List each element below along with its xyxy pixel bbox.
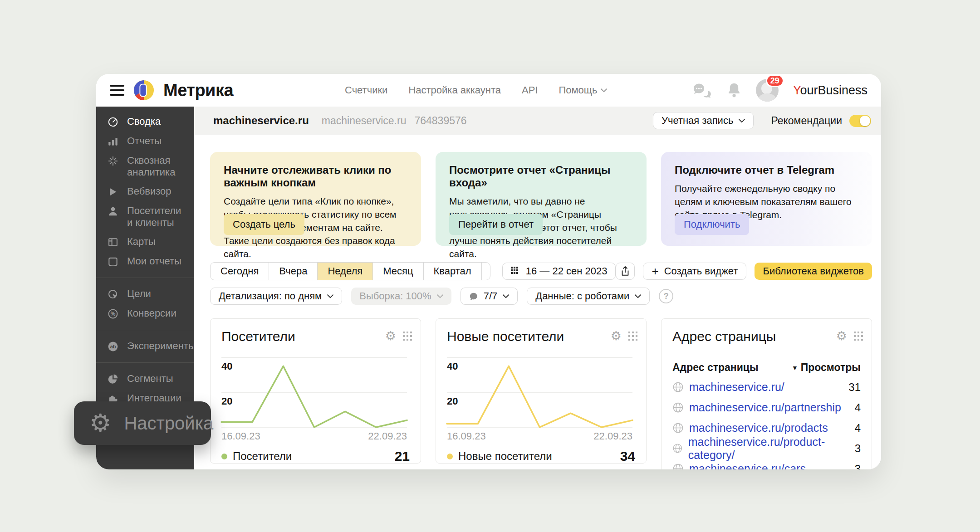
legend-value: 21	[395, 449, 410, 464]
tab-year[interactable]: Год	[482, 263, 490, 280]
table-header: Адрес страницы ▼ Просмотры	[672, 361, 861, 374]
chart-legend: Посетители 21	[221, 449, 410, 464]
tab-yesterday[interactable]: Вчера	[269, 263, 318, 280]
page-link[interactable]: machineservice.ru/product-category/	[688, 435, 855, 462]
drag-handle-icon[interactable]	[402, 331, 412, 341]
widget-title: Посетители	[221, 329, 295, 344]
gear-icon[interactable]: ⚙	[385, 330, 396, 342]
page-link[interactable]: machineservice.ru/partnership	[689, 401, 841, 414]
page-link[interactable]: machineservice.ru/cars	[689, 462, 806, 469]
site-name[interactable]: machineservice.ru	[213, 114, 309, 127]
widget-library-button[interactable]: Библиотека виджетов	[755, 263, 872, 280]
tab-today[interactable]: Сегодня	[211, 263, 269, 280]
sidebar-item-cross-analytics[interactable]: Сквозная аналитика	[96, 151, 194, 182]
drag-handle-icon[interactable]	[628, 331, 638, 341]
views-value: 3	[855, 442, 861, 455]
detail-dropdown[interactable]: Детализация: по дням	[210, 288, 342, 305]
tab-week[interactable]: Неделя	[318, 263, 373, 280]
legend-dot	[221, 454, 227, 459]
export-button[interactable]	[616, 263, 635, 280]
recommendations-toggle[interactable]	[849, 115, 871, 127]
sidebar-item-webvisor[interactable]: Вебвизор	[96, 182, 194, 201]
globe-icon	[672, 381, 684, 393]
page-link[interactable]: machineservice.ru/prodacts	[689, 421, 828, 434]
table-row: machineservice.ru/ 31	[672, 377, 861, 397]
bar-chart-icon	[107, 136, 119, 147]
account-dropdown[interactable]: Учетная запись	[653, 112, 754, 129]
tab-quarter[interactable]: Квартал	[424, 263, 482, 280]
nav-help[interactable]: Помощь	[559, 84, 607, 96]
nav-counters[interactable]: Счетчики	[345, 84, 387, 96]
page-link[interactable]: machineservice.ru/	[689, 381, 784, 394]
promo-title: Подключите отчет в Telegram	[675, 164, 858, 176]
promo-card-track-clicks: Начните отслеживать клики по важным кноп…	[210, 152, 421, 246]
drag-handle-icon[interactable]	[853, 331, 863, 341]
chevron-down-icon	[327, 294, 333, 298]
globe-icon	[672, 402, 684, 413]
legend-value: 34	[620, 449, 635, 464]
sidebar-item-my-reports[interactable]: Мои отчеты	[96, 252, 194, 271]
comments-dropdown[interactable]: 7/7	[461, 288, 518, 305]
promo-title: Посмотрите отчет «Страницы входа»	[449, 164, 633, 189]
play-icon	[107, 186, 119, 198]
globe-icon	[672, 463, 684, 469]
sidebar-item-settings-callout[interactable]: ⚙ Настройка	[74, 401, 211, 445]
date-range-picker[interactable]: 16 — 22 сен 2023	[502, 263, 616, 280]
views-value: 31	[848, 381, 861, 394]
sidebar-item-summary[interactable]: Сводка	[96, 112, 194, 132]
header-right: 29 YourBusiness	[692, 74, 867, 107]
top-header: Метрика Счетчики Настройка аккаунта API …	[96, 74, 881, 107]
connect-telegram-button[interactable]: Подключить	[675, 214, 749, 235]
column-url[interactable]: Адрес страницы	[672, 361, 759, 374]
nav-account-settings[interactable]: Настройка аккаунта	[408, 84, 501, 96]
promo-card-entry-pages: Посмотрите отчет «Страницы входа» Мы зам…	[436, 152, 647, 246]
plus-icon: +	[652, 265, 658, 277]
bell-icon[interactable]	[727, 82, 741, 98]
brand: Метрика	[110, 74, 233, 107]
svg-text:16.09.23: 16.09.23	[221, 430, 260, 442]
sidebar-item-segments[interactable]: Сегменты	[96, 369, 194, 389]
app-window: Метрика Счетчики Настройка аккаунта API …	[96, 74, 881, 469]
go-to-report-button[interactable]: Перейти в отчет	[449, 214, 543, 235]
sidebar-item-conversions[interactable]: % Конверсии	[96, 304, 194, 323]
column-views[interactable]: ▼ Просмотры	[792, 361, 861, 374]
svg-text:16.09.23: 16.09.23	[447, 430, 486, 442]
sidebar-item-reports[interactable]: Отчеты	[96, 132, 194, 151]
views-value: 4	[855, 401, 861, 414]
help-icon[interactable]: ?	[659, 289, 673, 303]
gear-icon[interactable]: ⚙	[836, 330, 847, 342]
sidebar-divider	[96, 362, 194, 363]
table-row: machineservice.ru/partnership 4	[672, 397, 861, 418]
hamburger-menu-icon[interactable]	[110, 85, 124, 96]
legend-dot	[447, 454, 453, 459]
chat-icon[interactable]	[692, 82, 712, 98]
widget-actions: + Создать виджет Библиотека виджетов	[616, 263, 872, 280]
chevron-down-icon	[437, 294, 443, 298]
user-avatar[interactable]: 29	[756, 79, 779, 102]
sidebar-item-experiments[interactable]: ab Эксперименты	[96, 337, 194, 356]
nav-api[interactable]: API	[522, 84, 538, 96]
svg-text:40: 40	[447, 361, 458, 372]
speech-bubble-icon	[469, 292, 478, 301]
sidebar-item-visitors[interactable]: Посетители и клиенты	[96, 201, 194, 232]
tab-month[interactable]: Месяц	[373, 263, 423, 280]
globe-icon	[672, 422, 684, 434]
sampling-dropdown[interactable]: Выборка: 100%	[351, 288, 451, 305]
globe-icon	[672, 443, 683, 454]
gear-icon[interactable]: ⚙	[611, 330, 622, 342]
recommendations-label: Рекомендации	[771, 115, 842, 127]
user-name[interactable]: YourBusiness	[793, 83, 867, 98]
svg-text:20: 20	[221, 395, 232, 407]
table-row: machineservice.ru/product-category/ 3	[672, 438, 861, 459]
create-widget-button[interactable]: + Создать виджет	[643, 263, 746, 280]
svg-text:%: %	[111, 311, 116, 317]
sidebar-item-goals[interactable]: Цели	[96, 284, 194, 304]
page-url-widget: Адрес страницы ⚙ Адрес страницы ▼	[661, 318, 872, 469]
chevron-down-icon	[635, 294, 641, 298]
data-mode-dropdown[interactable]: Данные: с роботами	[527, 288, 650, 305]
counter-id: 764839576	[414, 115, 466, 127]
create-goal-button[interactable]: Создать цель	[224, 214, 304, 235]
svg-text:20: 20	[447, 395, 458, 407]
promo-card-telegram: Подключите отчет в Telegram Получайте еж…	[661, 152, 872, 246]
sidebar-item-maps[interactable]: Карты	[96, 232, 194, 252]
